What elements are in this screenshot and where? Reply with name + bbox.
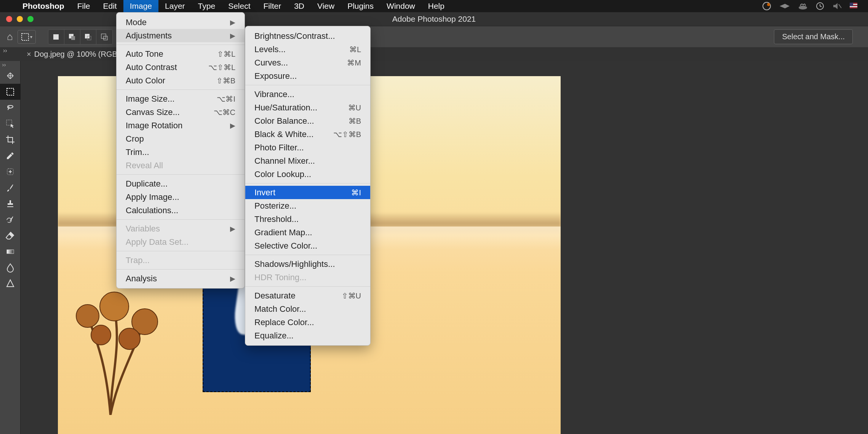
adjustments-color-balance[interactable]: Color Balance...⌘B: [245, 114, 370, 128]
tool-blur[interactable]: [0, 260, 21, 276]
menubar-item-select[interactable]: Select: [222, 0, 257, 12]
svg-point-1: [767, 3, 770, 6]
tool-palette: ››: [0, 61, 21, 434]
adjustments-posterize[interactable]: Posterize...: [245, 199, 370, 212]
image-menu-trim[interactable]: Trim...: [117, 145, 245, 159]
status-icon-1[interactable]: [762, 2, 771, 11]
image-menu-trap: Trap...: [117, 254, 245, 267]
image-menu-calculations[interactable]: Calculations...: [117, 204, 245, 217]
image-menu-adjustments[interactable]: Adjustments▶: [117, 29, 245, 42]
svg-point-27: [119, 328, 140, 349]
menubar-item-type[interactable]: Type: [192, 0, 222, 12]
image-menu-auto-contrast[interactable]: Auto Contrast⌥⇧⌘L: [117, 61, 245, 74]
adjustments-levels[interactable]: Levels...⌘L: [245, 43, 370, 56]
svg-rect-8: [850, 6, 857, 7]
adjustments-equalize[interactable]: Equalize...: [245, 329, 370, 342]
adjustments-replace-color[interactable]: Replace Color...: [245, 316, 370, 329]
tool-lasso[interactable]: [0, 100, 21, 116]
window-title: Adobe Photoshop 2021: [392, 14, 476, 24]
adjustments-channel-mixer[interactable]: Channel Mixer...: [245, 154, 370, 168]
image-menu-duplicate[interactable]: Duplicate...: [117, 177, 245, 190]
menubar-item-layer[interactable]: Layer: [158, 0, 192, 12]
time-machine-icon[interactable]: [815, 2, 825, 11]
svg-rect-22: [7, 250, 14, 254]
adjustments-desaturate[interactable]: Desaturate⇧⌘U: [245, 289, 370, 302]
flag-icon[interactable]: [850, 3, 857, 10]
selection-new[interactable]: [48, 30, 64, 44]
tool-crop[interactable]: [0, 132, 21, 148]
minimize-window-button[interactable]: [17, 16, 23, 22]
close-window-button[interactable]: [6, 16, 12, 22]
menubar-item-image[interactable]: Image: [123, 0, 158, 12]
tool-object-select[interactable]: [0, 116, 21, 132]
adjustments-black-white[interactable]: Black & White...⌥⇧⌘B: [245, 128, 370, 141]
selection-mode-group: [48, 29, 113, 45]
image-menu-dropdown: Mode▶Adjustments▶Auto Tone⇧⌘LAuto Contra…: [116, 12, 245, 289]
tool-eyedropper[interactable]: [0, 148, 21, 164]
app-name[interactable]: Photoshop: [16, 0, 71, 12]
menubar-item-3d[interactable]: 3D: [288, 0, 311, 12]
image-menu-analysis[interactable]: Analysis▶: [117, 272, 245, 285]
image-menu-auto-color[interactable]: Auto Color⇧⌘B: [117, 74, 245, 87]
svg-point-25: [100, 292, 129, 321]
adjustments-submenu: Brightness/Contrast...Levels...⌘LCurves.…: [245, 26, 371, 346]
select-and-mask-button[interactable]: Select and Mask...: [774, 29, 853, 44]
adjustments-photo-filter[interactable]: Photo Filter...: [245, 141, 370, 154]
adjustments-hdr-toning: HDR Toning...: [245, 271, 370, 284]
tool-gradient[interactable]: [0, 244, 21, 260]
tool-history-brush[interactable]: [0, 212, 21, 228]
menubar-item-help[interactable]: Help: [422, 0, 451, 12]
adjustments-hue-saturation[interactable]: Hue/Saturation...⌘U: [245, 101, 370, 114]
menubar-item-view[interactable]: View: [311, 0, 341, 12]
tool-brush[interactable]: [0, 180, 21, 196]
optbar-expand-icon[interactable]: ››: [3, 47, 7, 54]
image-menu-image-rotation[interactable]: Image Rotation▶: [117, 119, 245, 132]
menubar-item-plugins[interactable]: Plugins: [341, 0, 380, 12]
adjustments-gradient-map[interactable]: Gradient Map...: [245, 226, 370, 239]
adjustments-shadows-highlights[interactable]: Shadows/Highlights...: [245, 257, 370, 271]
svg-rect-11: [22, 34, 29, 40]
menubar-item-window[interactable]: Window: [380, 0, 422, 12]
selection-intersect[interactable]: [96, 30, 112, 44]
svg-point-23: [76, 305, 99, 327]
collapse-icon[interactable]: ››: [0, 61, 21, 68]
adjustments-vibrance[interactable]: Vibrance...: [245, 88, 370, 101]
image-menu-canvas-size[interactable]: Canvas Size...⌥⌘C: [117, 105, 245, 119]
tool-heal[interactable]: [0, 164, 21, 180]
tool-pen[interactable]: [0, 276, 21, 292]
image-menu-auto-tone[interactable]: Auto Tone⇧⌘L: [117, 47, 245, 61]
volume-muted-icon[interactable]: [832, 2, 842, 10]
image-menu-mode[interactable]: Mode▶: [117, 16, 245, 29]
adjustments-color-lookup[interactable]: Color Lookup...: [245, 168, 370, 181]
svg-rect-18: [104, 36, 107, 40]
tool-stamp[interactable]: [0, 196, 21, 212]
adjustments-exposure[interactable]: Exposure...: [245, 69, 370, 83]
adjustments-threshold[interactable]: Threshold...: [245, 212, 370, 226]
svg-point-26: [91, 325, 111, 345]
svg-rect-9: [850, 7, 857, 8]
image-menu-image-size[interactable]: Image Size...⌥⌘I: [117, 92, 245, 105]
adjustments-brightness-contrast[interactable]: Brightness/Contrast...: [245, 29, 370, 43]
tool-move[interactable]: [0, 68, 21, 84]
adjustments-invert[interactable]: Invert⌘I: [245, 186, 370, 199]
status-icon-2[interactable]: [779, 3, 790, 10]
tool-marquee[interactable]: [0, 84, 21, 100]
maximize-window-button[interactable]: [27, 16, 34, 22]
tab-close-icon[interactable]: ×: [27, 50, 31, 59]
image-menu-apply-image[interactable]: Apply Image...: [117, 190, 245, 204]
menubar-item-filter[interactable]: Filter: [257, 0, 288, 12]
image-menu-crop[interactable]: Crop: [117, 132, 245, 145]
adjustments-curves[interactable]: Curves...⌘M: [245, 56, 370, 69]
current-tool-marquee[interactable]: ▾: [18, 30, 36, 44]
tool-eraser[interactable]: [0, 228, 21, 244]
traffic-lights: [6, 16, 34, 22]
status-icon-3[interactable]: [798, 2, 808, 10]
menubar-item-edit[interactable]: Edit: [97, 0, 123, 12]
image-menu-reveal-all: Reveal All: [117, 159, 245, 172]
selection-add[interactable]: [64, 30, 80, 44]
adjustments-match-color[interactable]: Match Color...: [245, 302, 370, 316]
adjustments-selective-color[interactable]: Selective Color...: [245, 239, 370, 252]
menubar-item-file[interactable]: File: [71, 0, 97, 12]
selection-subtract[interactable]: [80, 30, 96, 44]
home-icon[interactable]: ⌂: [7, 31, 13, 43]
